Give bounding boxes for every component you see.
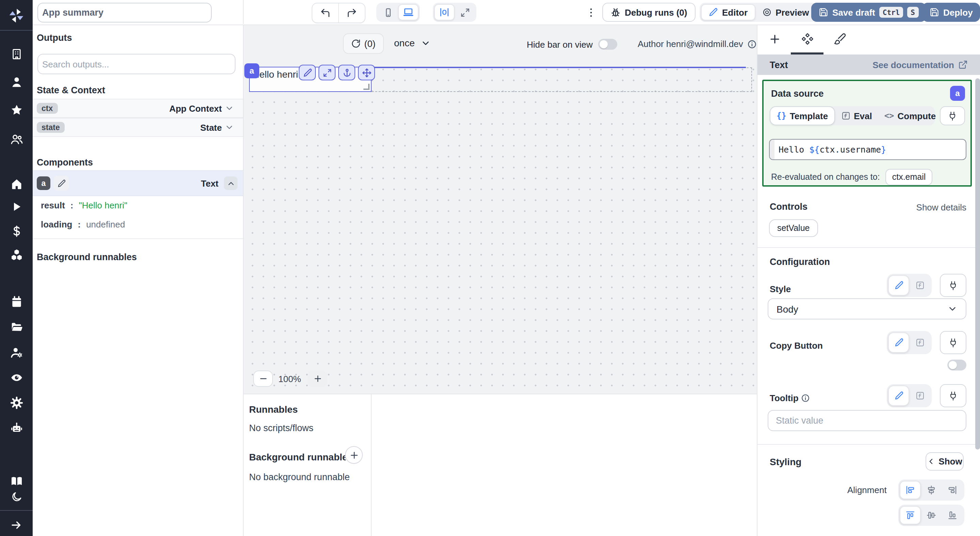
function-square-icon (915, 281, 924, 290)
tooltip-static-value-input[interactable] (768, 410, 966, 431)
sidebar-item-runs[interactable] (0, 200, 33, 213)
sidebar-item-resources[interactable] (0, 249, 33, 262)
style-select[interactable]: Body (768, 298, 966, 319)
see-documentation-link[interactable]: See documentation (872, 60, 968, 70)
collapse-component-button[interactable] (224, 176, 237, 190)
align-center-button[interactable] (921, 481, 942, 499)
output-row-state[interactable]: state State (33, 118, 243, 137)
run-mode-dropdown[interactable]: once (394, 37, 431, 48)
sidebar-item-audit-logs[interactable] (0, 371, 33, 384)
edit-component-button[interactable] (299, 65, 316, 80)
zoom-out-button[interactable] (253, 370, 273, 387)
sidebar-item-workspace[interactable] (0, 48, 33, 61)
show-styling-button[interactable]: Show (926, 452, 964, 471)
sidebar-divider (0, 510, 33, 511)
anchor-component-button[interactable] (338, 65, 355, 80)
compute-tab-label: Compute (898, 111, 936, 121)
sidebar-item-docs[interactable] (0, 475, 33, 488)
style-connect-button[interactable] (940, 274, 966, 297)
refresh-button[interactable]: (0) (343, 34, 384, 54)
output-result-row[interactable]: result : "Hello henri" (41, 200, 127, 211)
search-outputs-input[interactable] (37, 54, 235, 74)
pencil-icon (57, 179, 66, 188)
zoom-in-button[interactable] (308, 370, 327, 387)
deploy-button[interactable]: Deploy (922, 3, 980, 22)
output-row-ctx[interactable]: ctx App Context (33, 99, 243, 118)
align-top-button[interactable] (900, 506, 921, 525)
show-details-link[interactable]: Show details (916, 202, 966, 212)
info-icon[interactable] (801, 394, 810, 402)
redo-button[interactable] (338, 3, 365, 22)
section-divider (757, 247, 980, 248)
runnables-panel: Runnables No scripts/flows Background ru… (243, 394, 757, 536)
sidebar-item-schedules[interactable] (0, 295, 33, 308)
sidebar-item-settings[interactable] (0, 396, 33, 409)
save-draft-button[interactable]: Save draft Ctrl S (811, 3, 926, 22)
undo-button[interactable] (312, 3, 338, 22)
canvas-grid[interactable]: Hello henri a 100% (243, 60, 757, 394)
tab-global-styling[interactable] (824, 24, 856, 54)
sidebar-item-user[interactable] (0, 76, 33, 89)
align-bottom-button[interactable] (942, 506, 963, 525)
style-eval-mode-button[interactable] (909, 275, 930, 295)
align-left-button[interactable] (900, 481, 921, 499)
center-layout-button[interactable] (434, 4, 455, 21)
connect-data-source-button[interactable] (940, 106, 965, 125)
move-component-button[interactable] (358, 65, 375, 80)
sidebar-item-workers[interactable] (0, 346, 33, 359)
tab-insert-component[interactable] (758, 24, 791, 54)
state-type-label: State (200, 122, 222, 132)
app-summary-input[interactable] (37, 3, 212, 22)
code-gutter (770, 140, 775, 160)
plug-icon (948, 280, 958, 290)
hide-bar-toggle[interactable] (598, 39, 617, 50)
desktop-view-button[interactable] (398, 4, 418, 21)
sidebar-item-variables[interactable] (0, 225, 33, 238)
style-static-mode-button[interactable] (888, 275, 909, 295)
component-badge-a[interactable]: a (244, 63, 259, 78)
tooltip-eval-mode-button[interactable] (909, 386, 930, 406)
chevron-down-icon[interactable] (224, 104, 234, 113)
eval-tab[interactable]: Eval (835, 106, 878, 125)
add-background-runnable-button[interactable] (345, 446, 363, 464)
scrollbar-thumb[interactable] (975, 78, 980, 450)
template-code-input[interactable]: Hello ${ctx.username} (769, 139, 966, 160)
resize-handle[interactable] (363, 84, 369, 90)
preview-tab[interactable]: Preview (755, 4, 816, 21)
output-loading-row[interactable]: loading : undefined (41, 219, 125, 230)
info-icon[interactable] (747, 39, 757, 49)
external-link-icon (958, 60, 968, 69)
copy-connect-button[interactable] (940, 331, 966, 354)
tab-component-settings[interactable] (791, 24, 824, 54)
debug-runs-button[interactable]: Debug runs (0) (602, 3, 695, 22)
editor-tab[interactable]: Editor (701, 4, 755, 21)
sidebar-item-groups[interactable] (0, 133, 33, 146)
sidebar-collapse-button[interactable] (0, 519, 33, 531)
sidebar-item-folders[interactable] (0, 321, 33, 334)
template-tab[interactable]: {} Template (770, 106, 835, 125)
sidebar-item-favorites[interactable] (0, 104, 33, 116)
reevaluated-dependency[interactable]: ctx.email (885, 169, 933, 185)
tooltip-connect-button[interactable] (940, 384, 966, 407)
compute-tab[interactable]: <> Compute (878, 106, 942, 125)
setvalue-button[interactable]: setValue (769, 219, 818, 237)
sidebar-item-ai[interactable] (0, 421, 33, 434)
align-middle-button[interactable] (921, 506, 942, 525)
windmill-logo[interactable] (0, 7, 33, 24)
copy-button-toggle[interactable] (947, 360, 966, 370)
full-width-button[interactable] (455, 4, 475, 21)
tooltip-static-mode-button[interactable] (888, 386, 909, 406)
sidebar-item-home[interactable] (0, 178, 33, 191)
rename-component-button[interactable] (54, 176, 69, 191)
sidebar-item-theme-toggle[interactable] (0, 491, 33, 502)
component-row-a[interactable]: a Text (33, 170, 243, 196)
more-menu-button[interactable] (582, 3, 599, 22)
expand-component-button[interactable] (318, 65, 336, 80)
copy-static-mode-button[interactable] (888, 332, 909, 353)
copy-input-mode-toggle (887, 331, 932, 354)
copy-eval-mode-button[interactable] (909, 332, 930, 353)
run-mode-value: once (394, 37, 415, 48)
chevron-down-icon[interactable] (224, 123, 234, 132)
align-right-button[interactable] (942, 481, 963, 499)
mobile-view-button[interactable] (378, 4, 398, 21)
